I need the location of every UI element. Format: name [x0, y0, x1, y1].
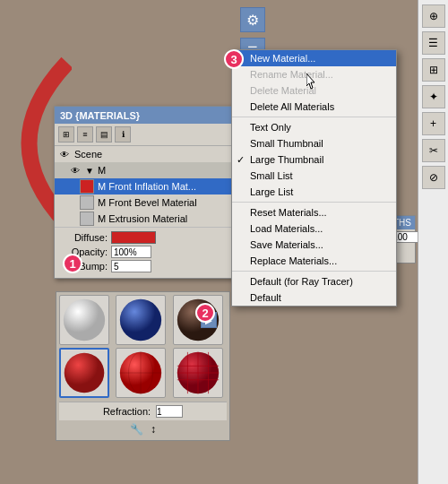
svg-point-3: [65, 353, 105, 393]
menu-item-rename-material[interactable]: Rename Material...: [232, 66, 396, 82]
sphere-svg-red3: [174, 349, 222, 397]
gear-button-1[interactable]: ⚙: [240, 7, 265, 32]
menu-item-small-thumbnail[interactable]: Small Thumbnail: [232, 135, 396, 151]
sphere-svg-red2: [116, 349, 165, 397]
delete-material-label: Delete Material: [250, 85, 316, 96]
refraction-input[interactable]: [156, 405, 183, 418]
menu-item-save-materials[interactable]: Save Materials...: [232, 237, 396, 253]
ps-icon-2[interactable]: ☰: [422, 31, 445, 55]
toolbar-icon-info[interactable]: ℹ: [115, 126, 131, 143]
svg-point-0: [64, 299, 105, 341]
menu-item-load-materials[interactable]: Load Materials...: [232, 220, 396, 237]
rename-material-label: Rename Material...: [250, 69, 333, 80]
replace-materials-label: Replace Materials...: [250, 255, 337, 266]
thumb-grid-footer: 🔧 ↕: [59, 420, 227, 437]
menu-item-small-list[interactable]: Small List: [232, 168, 396, 184]
thumb-cell-blue[interactable]: [116, 295, 166, 345]
menu-divider-1: [232, 117, 396, 117]
materials-panel-title: 3D {MATERIALS}: [60, 110, 140, 121]
ps-icon-3[interactable]: ⊞: [422, 58, 445, 82]
badge-2-label: 2: [202, 307, 208, 320]
thumb-cell-white[interactable]: [59, 295, 109, 345]
badge-1-label: 1: [69, 257, 75, 271]
menu-divider-2: [232, 202, 396, 203]
ps-icon-5[interactable]: +: [422, 112, 445, 135]
refraction-row: Refraction:: [59, 402, 227, 420]
large-thumbnail-label: Large Thumbnail: [250, 154, 323, 165]
bump-input[interactable]: [111, 260, 151, 272]
toolbar-icon-grid[interactable]: ⊞: [58, 126, 74, 143]
default-ray-tracer-label: Default (for Ray Tracer): [250, 276, 353, 287]
badge-1: 1: [63, 254, 82, 273]
badge-3: 3: [224, 49, 244, 69]
scene-eye-icon[interactable]: 👁: [58, 148, 71, 160]
m-label: M: [98, 165, 106, 176]
m-eye-icon[interactable]: 👁: [69, 164, 82, 177]
ps-icon-6[interactable]: ✂: [422, 139, 445, 162]
selected-material-label: M Front Inflation Mat...: [98, 181, 196, 192]
material-thumb-bevel: [80, 195, 94, 210]
material-bevel-label: M Front Bevel Material: [98, 197, 197, 208]
ps-icon-7[interactable]: ⊘: [422, 166, 445, 189]
sphere-svg-blue: [116, 296, 165, 344]
sphere-svg-white: [60, 296, 108, 344]
opacity-input[interactable]: [111, 246, 151, 258]
sphere-svg-red1: [61, 350, 108, 396]
menu-item-delete-material[interactable]: Delete Material: [232, 82, 396, 99]
new-material-label: New Material...: [250, 53, 315, 64]
small-thumbnail-label: Small Thumbnail: [250, 138, 323, 149]
menu-item-replace-materials[interactable]: Replace Materials...: [232, 253, 396, 269]
save-materials-label: Save Materials...: [250, 239, 323, 250]
reset-materials-label: Reset Materials...: [250, 207, 327, 218]
context-menu: New Material... Rename Material... Delet…: [231, 49, 397, 307]
thumb-cell-red2[interactable]: [116, 348, 166, 398]
badge-3-label: 3: [230, 53, 237, 66]
menu-item-large-list[interactable]: Large List: [232, 184, 396, 200]
right-toolbar-panel: ⊕ ☰ ⊞ ✦ + ✂ ⊘: [418, 0, 448, 484]
footer-icon-2[interactable]: ↕: [151, 423, 156, 436]
thumb-cell-red1[interactable]: [59, 348, 109, 398]
ps-icon-4[interactable]: ✦: [422, 85, 445, 108]
menu-item-large-thumbnail[interactable]: Large Thumbnail: [232, 151, 396, 168]
small-list-label: Small List: [250, 170, 293, 181]
material-thumb-extrusion: [80, 212, 94, 226]
expand-icon[interactable]: ▼: [85, 166, 94, 176]
diffuse-color-swatch[interactable]: [111, 231, 156, 244]
menu-item-default-ray-tracer[interactable]: Default (for Ray Tracer): [232, 273, 396, 290]
footer-icon-1[interactable]: 🔧: [130, 423, 143, 436]
load-materials-label: Load Materials...: [250, 223, 323, 234]
menu-divider-3: [232, 271, 396, 272]
default-label: Default: [250, 292, 281, 303]
menu-item-text-only[interactable]: Text Only: [232, 119, 396, 135]
badge-2: 2: [195, 303, 215, 323]
refraction-label: Refraction:: [103, 406, 151, 417]
menu-item-new-material[interactable]: New Material...: [232, 50, 396, 66]
toolbar-icon-list[interactable]: ≡: [77, 126, 93, 143]
material-extrusion-label: M Extrusion Material: [98, 213, 187, 224]
ps-icon-1[interactable]: ⊕: [422, 4, 445, 28]
delete-all-materials-label: Delete All Materials: [250, 101, 334, 112]
material-thumb-selected: [80, 179, 94, 194]
toolbar-icon-preview[interactable]: ▤: [96, 126, 112, 143]
diffuse-label: Diffuse:: [58, 232, 108, 243]
gear-icon-1: ⚙: [246, 12, 259, 29]
scene-label: Scene: [74, 149, 102, 160]
large-list-label: Large List: [250, 186, 293, 197]
thumb-cell-red3[interactable]: [173, 348, 223, 398]
menu-item-delete-all-materials[interactable]: Delete All Materials: [232, 99, 396, 115]
menu-item-reset-materials[interactable]: Reset Materials...: [232, 204, 396, 220]
svg-point-1: [120, 299, 161, 341]
menu-item-default[interactable]: Default: [232, 290, 396, 306]
text-only-label: Text Only: [250, 122, 291, 133]
